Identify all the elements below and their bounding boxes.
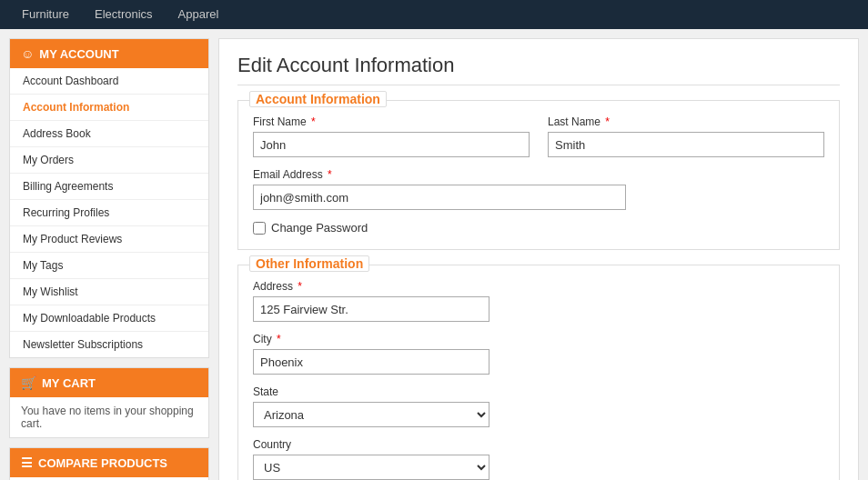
email-group: Email Address * xyxy=(253,168,626,210)
cart-icon: 🛒 xyxy=(21,375,36,390)
main-container: ☺ MY ACCOUNT Account Dashboard Account I… xyxy=(0,29,868,480)
first-name-group: First Name * xyxy=(253,115,530,157)
state-row: State Alabama Alaska Arizona Arkansas Ca… xyxy=(253,385,824,427)
account-information-section: Account Information First Name * Last Na… xyxy=(237,100,840,250)
sidebar-item-recurring[interactable]: Recurring Profiles xyxy=(10,200,208,226)
cart-empty-text: You have no items in your shopping cart. xyxy=(10,397,208,437)
sidebar-item-account-info[interactable]: Account Information xyxy=(10,95,208,121)
address-input[interactable] xyxy=(253,296,490,322)
top-navigation: Furniture Electronics Apparel xyxy=(0,0,868,29)
first-name-label: First Name * xyxy=(253,115,530,128)
page-title: Edit Account Information xyxy=(237,54,840,85)
my-account-label: MY ACCOUNT xyxy=(39,47,118,61)
first-name-input[interactable] xyxy=(253,132,530,157)
state-group: State Alabama Alaska Arizona Arkansas Ca… xyxy=(253,385,490,427)
compare-products-section: ☰ COMPARE PRODUCTS You have no items to … xyxy=(9,447,209,480)
sidebar-item-address-book[interactable]: Address Book xyxy=(10,121,208,147)
country-label: Country xyxy=(253,438,490,451)
account-icon: ☺ xyxy=(21,46,34,61)
my-account-header: ☺ MY ACCOUNT xyxy=(10,39,208,68)
sidebar-item-reviews[interactable]: My Product Reviews xyxy=(10,226,208,253)
last-name-input[interactable] xyxy=(548,132,824,157)
other-section-title: Other Information xyxy=(249,255,369,272)
address-label: Address * xyxy=(253,280,490,293)
country-group: Country US CA GB AU DE FR xyxy=(253,438,490,480)
city-row: City * xyxy=(253,333,824,375)
sidebar-item-dashboard[interactable]: Account Dashboard xyxy=(10,68,208,95)
compare-icon: ☰ xyxy=(21,455,33,470)
sidebar-item-wishlist[interactable]: My Wishlist xyxy=(10,279,208,305)
country-row: Country US CA GB AU DE FR xyxy=(253,438,824,480)
last-name-label: Last Name * xyxy=(548,115,824,128)
sidebar-item-orders[interactable]: My Orders xyxy=(10,147,208,174)
my-cart-section: 🛒 MY CART You have no items in your shop… xyxy=(9,367,209,438)
email-input[interactable] xyxy=(253,185,626,210)
sidebar-item-newsletter[interactable]: Newsletter Subscriptions xyxy=(10,332,208,357)
content-area: Edit Account Information Account Informa… xyxy=(218,38,859,480)
name-row: First Name * Last Name * xyxy=(253,115,824,157)
my-cart-label: MY CART xyxy=(42,376,96,390)
sidebar: ☺ MY ACCOUNT Account Dashboard Account I… xyxy=(9,38,209,480)
other-information-section: Other Information Address * City * xyxy=(237,265,840,480)
city-input[interactable] xyxy=(253,349,490,375)
nav-electronics[interactable]: Electronics xyxy=(82,0,166,29)
change-password-label[interactable]: Change Password xyxy=(271,221,368,235)
address-row: Address * xyxy=(253,280,824,322)
city-label: City * xyxy=(253,333,490,345)
nav-furniture[interactable]: Furniture xyxy=(9,0,82,29)
change-password-checkbox[interactable] xyxy=(253,222,266,235)
city-group: City * xyxy=(253,333,490,375)
email-row: Email Address * xyxy=(253,168,824,210)
last-name-group: Last Name * xyxy=(548,115,824,157)
change-password-row: Change Password xyxy=(253,221,824,235)
compare-products-label: COMPARE PRODUCTS xyxy=(38,456,167,470)
country-select[interactable]: US CA GB AU DE FR xyxy=(253,455,490,480)
sidebar-item-downloads[interactable]: My Downloadable Products xyxy=(10,305,208,332)
my-cart-header: 🛒 MY CART xyxy=(10,368,208,397)
account-nav: Account Dashboard Account Information Ad… xyxy=(10,68,208,357)
state-select[interactable]: Alabama Alaska Arizona Arkansas Californ… xyxy=(253,402,490,427)
sidebar-item-billing[interactable]: Billing Agreements xyxy=(10,174,208,200)
email-label: Email Address * xyxy=(253,168,626,181)
account-section-title: Account Information xyxy=(249,91,387,107)
address-group: Address * xyxy=(253,280,490,322)
nav-apparel[interactable]: Apparel xyxy=(166,0,232,29)
compare-products-header: ☰ COMPARE PRODUCTS xyxy=(10,448,208,477)
my-account-section: ☺ MY ACCOUNT Account Dashboard Account I… xyxy=(9,38,209,358)
sidebar-item-tags[interactable]: My Tags xyxy=(10,253,208,279)
state-label: State xyxy=(253,385,490,398)
